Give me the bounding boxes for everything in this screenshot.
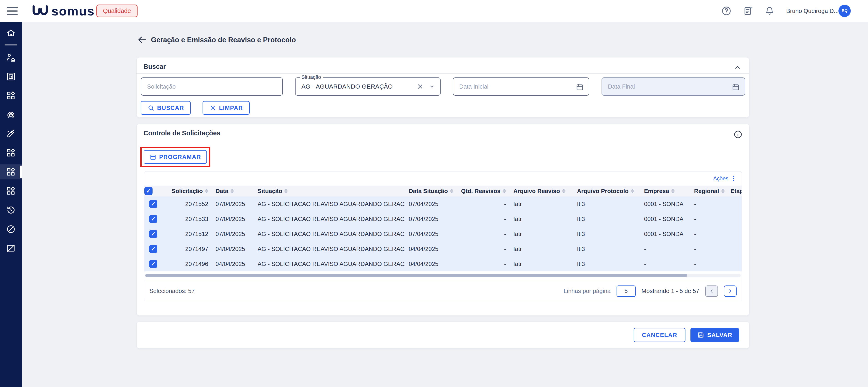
- salvar-button[interactable]: SALVAR: [690, 328, 739, 342]
- column-header-9[interactable]: Regional: [690, 185, 726, 197]
- cell: [726, 197, 742, 211]
- help-icon[interactable]: [721, 6, 732, 16]
- cell: -: [457, 226, 509, 241]
- sort-icon: [671, 189, 675, 193]
- checkbox-cell: ✓: [144, 211, 158, 226]
- column-label: Data Situação: [409, 187, 448, 195]
- sidebar-item-4[interactable]: [0, 88, 22, 103]
- row-checkbox[interactable]: ✓: [149, 230, 157, 238]
- row-checkbox[interactable]: ✓: [149, 215, 157, 223]
- solicitacao-input[interactable]: [141, 83, 282, 90]
- column-label: Empresa: [644, 187, 669, 195]
- data-inicial-field[interactable]: [453, 77, 589, 96]
- table-row: ✓207155207/04/2025AG - SOLICITACAO REAVI…: [144, 197, 742, 211]
- data-final-input[interactable]: [602, 83, 745, 90]
- column-header-5[interactable]: Qtd. Reavisos: [457, 185, 509, 197]
- sidebar-item-10[interactable]: [0, 203, 22, 218]
- app-window: somus . Qualidade Bruno Queiroga D... BQ: [0, 0, 868, 387]
- annotation-highlight: PROGRAMAR: [140, 147, 210, 167]
- solicitacoes-table: ✓SolicitaçãoDataSituaçãoData SituaçãoQtd…: [144, 185, 742, 271]
- previous-page-button[interactable]: [705, 285, 718, 297]
- sidebar-item-1[interactable]: [0, 26, 22, 40]
- salvar-label: SALVAR: [707, 331, 732, 339]
- buscar-button[interactable]: BUSCAR: [141, 101, 191, 115]
- column-header-2[interactable]: Data: [211, 185, 253, 197]
- data-final-field[interactable]: [601, 77, 745, 96]
- sort-icon: [205, 189, 208, 193]
- column-header-7[interactable]: Arquivo Protocolo: [573, 185, 640, 197]
- rows-per-page-input[interactable]: [617, 285, 636, 297]
- checkbox-cell: ✓: [144, 256, 158, 271]
- cell: ftl3: [573, 226, 640, 241]
- solicitacao-field[interactable]: [141, 77, 283, 96]
- cancelar-button[interactable]: CANCELAR: [633, 328, 685, 342]
- cell: 2071512: [158, 226, 211, 241]
- programar-button[interactable]: PROGRAMAR: [144, 150, 207, 164]
- sidebar-item-8[interactable]: [0, 165, 22, 179]
- blocked-icon: [6, 224, 16, 234]
- new-document-icon[interactable]: [743, 6, 753, 16]
- table-scroll-area[interactable]: ✓SolicitaçãoDataSituaçãoData SituaçãoQtd…: [144, 185, 742, 271]
- logo-mark-icon: [32, 4, 48, 17]
- cell: AG - SOLICITACAO REAVISO AGUARDANDO GERA…: [253, 241, 405, 256]
- cancelar-label: CANCELAR: [642, 331, 677, 339]
- notifications-bell-icon[interactable]: [764, 6, 775, 16]
- control-panel: Controle de Solicitações PROGRAMAR Ações: [136, 124, 749, 316]
- sidebar-nav: [0, 22, 22, 387]
- cell: 07/04/2025: [211, 197, 253, 211]
- sidebar-item-7[interactable]: [0, 145, 22, 160]
- sidebar-item-6[interactable]: [0, 126, 22, 141]
- broadcast-icon: [6, 110, 16, 120]
- row-checkbox[interactable]: ✓: [149, 260, 157, 268]
- cell: 04/04/2025: [211, 256, 253, 271]
- cell: 07/04/2025: [405, 211, 457, 226]
- avatar[interactable]: BQ: [838, 5, 851, 17]
- table-header-row: ✓SolicitaçãoDataSituaçãoData SituaçãoQtd…: [144, 185, 742, 197]
- checkbox-cell: ✓: [144, 226, 158, 241]
- cell: AG - SOLICITACAO REAVISO AGUARDANDO GERA…: [253, 256, 405, 271]
- calendar-icon[interactable]: [576, 83, 584, 91]
- column-header-10[interactable]: Etapa: [726, 185, 742, 197]
- user-name[interactable]: Bruno Queiroga D...: [786, 0, 839, 22]
- back-arrow-icon[interactable]: [137, 35, 147, 45]
- column-header-6[interactable]: Arquivo Reaviso: [509, 185, 573, 197]
- environment-badge: Qualidade: [96, 4, 137, 17]
- column-header-3[interactable]: Situação: [253, 185, 405, 197]
- sidebar-item-12[interactable]: [0, 241, 22, 256]
- hamburger-menu-icon[interactable]: [7, 6, 18, 16]
- calendar-icon[interactable]: [732, 83, 740, 91]
- limpar-label: LIMPAR: [219, 104, 243, 111]
- sidebar-item-5[interactable]: [0, 107, 22, 122]
- kebab-menu-icon[interactable]: [730, 175, 737, 182]
- chevron-up-icon[interactable]: [734, 63, 742, 72]
- situacao-select[interactable]: Situação AG - AGUARDANDO GERAÇÃO: [295, 77, 441, 96]
- info-icon[interactable]: [734, 130, 743, 139]
- sidebar-item-3[interactable]: [0, 69, 22, 84]
- clear-icon[interactable]: [416, 83, 424, 90]
- data-inicial-input[interactable]: [453, 83, 589, 90]
- row-checkbox[interactable]: ✓: [149, 200, 157, 208]
- acoes-link[interactable]: Ações: [713, 175, 728, 182]
- column-label: Arquivo Protocolo: [577, 187, 629, 195]
- sidebar-item-11[interactable]: [0, 222, 22, 237]
- table-footer: Selecionados: 57 Linhas por página Mostr…: [144, 281, 742, 301]
- checkbox-cell: ✓: [144, 197, 158, 211]
- logo-word: somus: [51, 4, 95, 19]
- chevron-down-icon[interactable]: [429, 83, 435, 90]
- limpar-button[interactable]: LIMPAR: [203, 101, 250, 115]
- horizontal-scrollbar[interactable]: [145, 274, 741, 277]
- cell: 2071497: [158, 241, 211, 256]
- grid-icon: [6, 186, 16, 196]
- column-header-1[interactable]: Solicitação: [158, 185, 211, 197]
- column-header-4[interactable]: Data Situação: [405, 185, 457, 197]
- scrollbar-thumb[interactable]: [145, 274, 687, 277]
- next-page-button[interactable]: [724, 285, 737, 297]
- frame-icon: [6, 72, 16, 81]
- sidebar-item-2[interactable]: [0, 50, 22, 65]
- column-header-8[interactable]: Empresa: [640, 185, 690, 197]
- row-checkbox[interactable]: ✓: [149, 245, 157, 253]
- sidebar-item-9[interactable]: [0, 183, 22, 199]
- cell: fatr: [509, 197, 573, 211]
- select-all-checkbox[interactable]: ✓: [144, 187, 153, 195]
- cell: AG - SOLICITACAO REAVISO AGUARDANDO GERA…: [253, 197, 405, 211]
